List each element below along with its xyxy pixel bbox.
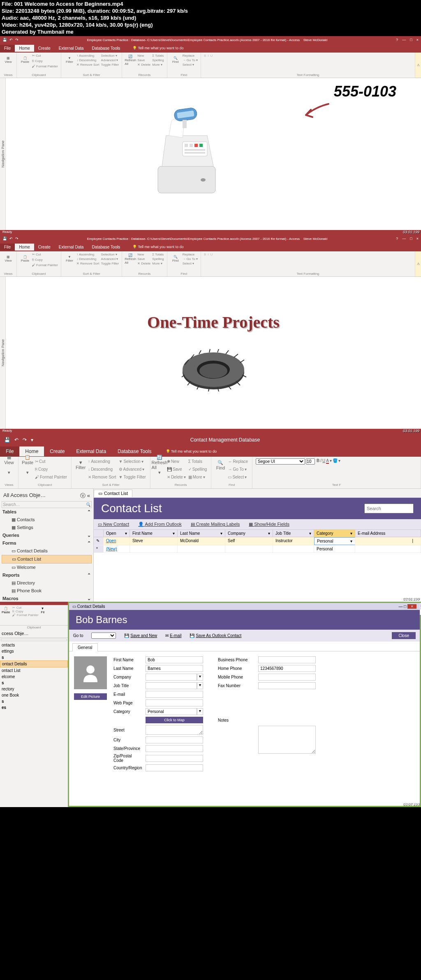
undo-icon[interactable]: ↶ bbox=[9, 38, 13, 42]
table-row[interactable]: ✎ Open Steve McDonald Self Instructor Pe… bbox=[94, 537, 421, 545]
tab-external-data[interactable]: External Data bbox=[55, 45, 88, 52]
paste-button[interactable]: 📋Paste bbox=[19, 53, 31, 67]
home-phone-field[interactable] bbox=[258, 665, 316, 672]
cut-button[interactable]: ✂ Cut bbox=[32, 53, 58, 58]
warning-icon[interactable]: ⚠ bbox=[415, 251, 421, 276]
tab-file[interactable]: File bbox=[0, 244, 15, 251]
tell-me[interactable]: 💡 Tell me what you want to do bbox=[132, 245, 183, 249]
row-selector[interactable]: ✎ bbox=[94, 537, 104, 545]
col-job-title[interactable]: Job Title▾ bbox=[273, 530, 314, 537]
italic-button[interactable]: I bbox=[320, 458, 322, 463]
save-icon[interactable]: 💾 bbox=[4, 437, 10, 443]
company-field[interactable] bbox=[146, 674, 197, 681]
advanced-button[interactable]: Advanced ▾ bbox=[101, 58, 120, 62]
goto-button[interactable]: → Go To ▾ bbox=[182, 58, 198, 62]
search-input[interactable] bbox=[364, 504, 414, 513]
city-field[interactable] bbox=[146, 736, 203, 743]
open-link[interactable]: Open bbox=[106, 538, 116, 543]
copy-button[interactable]: ⎘ Copy bbox=[34, 466, 68, 472]
fax-field[interactable] bbox=[258, 682, 316, 689]
maximize-icon[interactable]: □ bbox=[404, 604, 406, 609]
save-and-new-button[interactable]: 💾 Save and New bbox=[124, 633, 157, 638]
nav-item-contact-list[interactable]: ▭ Contact List bbox=[2, 555, 92, 564]
search-icon[interactable]: 🔍 bbox=[86, 502, 90, 507]
col-first-name[interactable]: First Name▾ bbox=[130, 530, 178, 537]
redo-icon[interactable]: ↷ bbox=[15, 38, 19, 42]
web-page-field[interactable] bbox=[146, 699, 203, 706]
nav-item-contact-details[interactable]: ontact Details bbox=[0, 660, 68, 667]
fill-color-button[interactable]: 🪣 bbox=[333, 458, 338, 463]
tab-external-data[interactable]: External Data bbox=[55, 244, 88, 251]
notes-field[interactable] bbox=[258, 726, 316, 754]
copy-button[interactable]: ⎘ Copy bbox=[32, 59, 58, 63]
tab-create[interactable]: Create bbox=[34, 45, 55, 52]
add-from-outlook-button[interactable]: 👤 Add From Outlook bbox=[138, 522, 182, 527]
zip-field[interactable] bbox=[146, 755, 203, 762]
close-icon[interactable]: × bbox=[416, 38, 419, 42]
nav-item-directory[interactable]: ▤ Directory bbox=[2, 579, 92, 587]
tab-create[interactable]: Create bbox=[44, 446, 70, 456]
new-link[interactable]: (New) bbox=[106, 547, 117, 551]
minimize-icon[interactable]: — bbox=[399, 604, 403, 609]
replace-button[interactable]: Replace bbox=[182, 53, 198, 58]
first-name-field[interactable] bbox=[146, 656, 203, 663]
spelling-button[interactable]: Spelling bbox=[152, 58, 164, 62]
table-row-new[interactable]: * (New) Personal bbox=[94, 545, 421, 553]
street-field[interactable] bbox=[146, 725, 203, 735]
delete-button[interactable]: ✕ Delete bbox=[137, 62, 151, 67]
state-field[interactable] bbox=[146, 745, 203, 752]
save-icon[interactable]: 💾 bbox=[2, 38, 7, 42]
nav-group-queries[interactable]: Queries⌄ bbox=[2, 531, 92, 539]
tab-database-tools[interactable]: Database Tools bbox=[88, 45, 124, 52]
cut-button[interactable]: ✂ Cut bbox=[34, 458, 68, 465]
view-button[interactable]: ▦View bbox=[2, 53, 14, 67]
new-button[interactable]: New bbox=[137, 53, 151, 58]
copy-button[interactable]: ⎘ Copy bbox=[32, 258, 58, 262]
bold-button[interactable]: B bbox=[317, 458, 319, 463]
nav-item-settings[interactable]: ▦ Settings bbox=[2, 524, 92, 531]
view-button[interactable]: ▦View▾ bbox=[3, 458, 15, 472]
navigation-pane-collapsed[interactable]: Navigation Pane bbox=[0, 78, 6, 230]
remove-sort-button[interactable]: ✕ Remove Sort bbox=[76, 62, 100, 67]
col-email[interactable]: E-mail Address bbox=[355, 530, 421, 537]
business-phone-field[interactable] bbox=[258, 656, 316, 663]
refresh-button[interactable]: 🔄Refresh All bbox=[125, 252, 136, 265]
ascending-button[interactable]: ↑ Ascending bbox=[76, 53, 100, 58]
find-button[interactable]: 🔍Find bbox=[215, 458, 226, 472]
nav-item-contact-details[interactable]: ▭ Contact Details bbox=[2, 547, 92, 555]
underline-button[interactable]: U bbox=[210, 53, 213, 58]
edit-picture-button[interactable]: Edit Picture bbox=[74, 693, 107, 700]
italic-button[interactable]: I bbox=[207, 53, 209, 58]
font-color-button[interactable]: A bbox=[326, 458, 329, 464]
redo-icon[interactable]: ↷ bbox=[15, 237, 19, 241]
tab-file[interactable]: File bbox=[0, 45, 15, 52]
close-button[interactable]: Close bbox=[392, 632, 416, 639]
toggle-filter-button[interactable]: Toggle Filter bbox=[101, 62, 120, 67]
cut-button[interactable]: ✂ Cut bbox=[32, 252, 58, 257]
col-open[interactable]: Open▾ bbox=[104, 530, 130, 537]
row-selector[interactable]: * bbox=[94, 545, 104, 552]
click-to-map-button[interactable]: Click to Map bbox=[146, 717, 203, 723]
tab-database-tools[interactable]: Database Tools bbox=[88, 244, 124, 251]
job-title-field[interactable] bbox=[146, 682, 197, 689]
find-button[interactable]: 🔍Find bbox=[170, 252, 181, 265]
save-outlook-button[interactable]: 💾 Save As Outlook Contact bbox=[190, 633, 241, 638]
email-field[interactable] bbox=[146, 691, 203, 698]
maximize-icon[interactable]: □ bbox=[410, 237, 412, 241]
col-company[interactable]: Company▾ bbox=[225, 530, 273, 537]
more-button[interactable]: More ▾ bbox=[152, 62, 164, 67]
refresh-button[interactable]: 🔄Refresh All▾ bbox=[154, 458, 165, 472]
nav-group-forms[interactable]: Forms⌃ bbox=[2, 539, 92, 547]
help-icon[interactable]: ? bbox=[396, 38, 398, 42]
filter-button[interactable]: ▼Filter bbox=[64, 53, 75, 67]
tab-external-data[interactable]: External Data bbox=[70, 446, 112, 456]
warning-icon[interactable]: ⚠ bbox=[415, 53, 421, 78]
selection-button[interactable]: Selection ▾ bbox=[101, 53, 120, 58]
paste-button[interactable]: 📋Paste▾ bbox=[22, 458, 33, 472]
help-icon[interactable]: ? bbox=[396, 237, 398, 241]
maximize-icon[interactable]: □ bbox=[410, 38, 412, 42]
descending-button[interactable]: ↓ Descending bbox=[76, 58, 100, 62]
paste-button[interactable]: 📋Paste bbox=[0, 605, 12, 625]
category-select[interactable]: Personal ▾ bbox=[314, 537, 355, 545]
tab-general[interactable]: General bbox=[72, 643, 98, 651]
